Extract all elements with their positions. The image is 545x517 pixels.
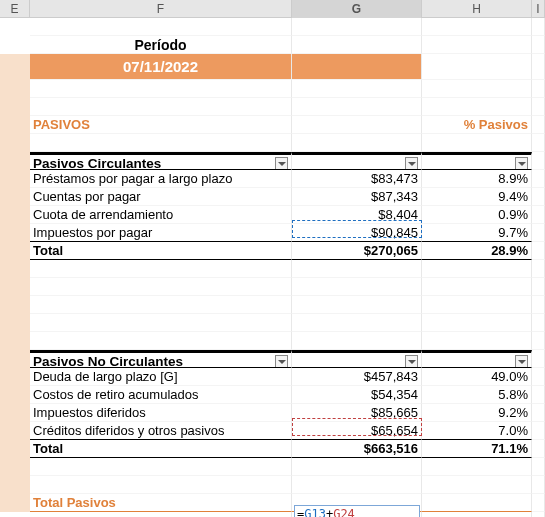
table-cell[interactable]: 49.0% [422, 368, 532, 386]
filter-icon[interactable] [405, 157, 418, 170]
period-value: 07/11/2022 [30, 54, 292, 80]
pasivos-heading: PASIVOS [30, 116, 292, 134]
table-row[interactable]: Impuestos por pagar [30, 224, 292, 242]
nocirc-total-val[interactable]: $663,516 [292, 440, 422, 458]
filter-icon[interactable] [405, 355, 418, 368]
column-headers: E F G H I [0, 0, 545, 18]
table-row[interactable]: Préstamos por pagar a largo plazo [30, 170, 292, 188]
table-cell[interactable]: 9.2% [422, 404, 532, 422]
circ-total-pct[interactable]: 28.9% [422, 242, 532, 260]
table-cell[interactable]: $54,354 [292, 386, 422, 404]
table-cell[interactable]: $65,654 [292, 422, 422, 440]
table-cell[interactable]: 7.0% [422, 422, 532, 440]
formula-editor[interactable]: =G13+G24 [294, 505, 420, 517]
table-cell[interactable]: $83,473 [292, 170, 422, 188]
table-cell[interactable]: $8,404 [292, 206, 422, 224]
table-row[interactable]: Costos de retiro acumulados [30, 386, 292, 404]
spreadsheet-grid[interactable]: Período 07/11/2022 PASIVOS % Pasivos Pas… [0, 18, 545, 517]
table-row[interactable]: Créditos diferidos y otros pasivos [30, 422, 292, 440]
table-cell[interactable]: 8.9% [422, 170, 532, 188]
table-cell[interactable]: $457,843 [292, 368, 422, 386]
table-cell[interactable]: 9.4% [422, 188, 532, 206]
table-row[interactable]: Deuda de largo plazo [G] [30, 368, 292, 386]
filter-icon[interactable] [515, 157, 528, 170]
col-I[interactable]: I [532, 0, 545, 18]
nocirc-title: Pasivos No Circulantes [30, 350, 292, 368]
col-E[interactable]: E [0, 0, 30, 18]
table-row[interactable]: Impuestos diferidos [30, 404, 292, 422]
table-cell[interactable]: $90,845 [292, 224, 422, 242]
col-G[interactable]: G [292, 0, 422, 18]
circ-title: Pasivos Circulantes [30, 152, 292, 170]
period-label: Período [30, 36, 292, 54]
filter-icon[interactable] [275, 355, 288, 368]
table-row[interactable]: Cuentas por pagar [30, 188, 292, 206]
table-row[interactable]: Cuota de arrendamiento [30, 206, 292, 224]
table-cell[interactable]: 9.7% [422, 224, 532, 242]
pct-pasivos-heading: % Pasivos [422, 116, 532, 134]
filter-icon[interactable] [275, 157, 288, 170]
table-cell[interactable]: $87,343 [292, 188, 422, 206]
circ-total-label: Total [30, 242, 292, 260]
table-cell[interactable]: $85,665 [292, 404, 422, 422]
total-pasivos-label: Total Pasivos [30, 494, 292, 512]
table-cell[interactable]: 5.8% [422, 386, 532, 404]
nocirc-total-pct[interactable]: 71.1% [422, 440, 532, 458]
circ-total-val[interactable]: $270,065 [292, 242, 422, 260]
col-F[interactable]: F [30, 0, 292, 18]
nocirc-total-label: Total [30, 440, 292, 458]
col-H[interactable]: H [422, 0, 532, 18]
table-cell[interactable]: 0.9% [422, 206, 532, 224]
filter-icon[interactable] [515, 355, 528, 368]
